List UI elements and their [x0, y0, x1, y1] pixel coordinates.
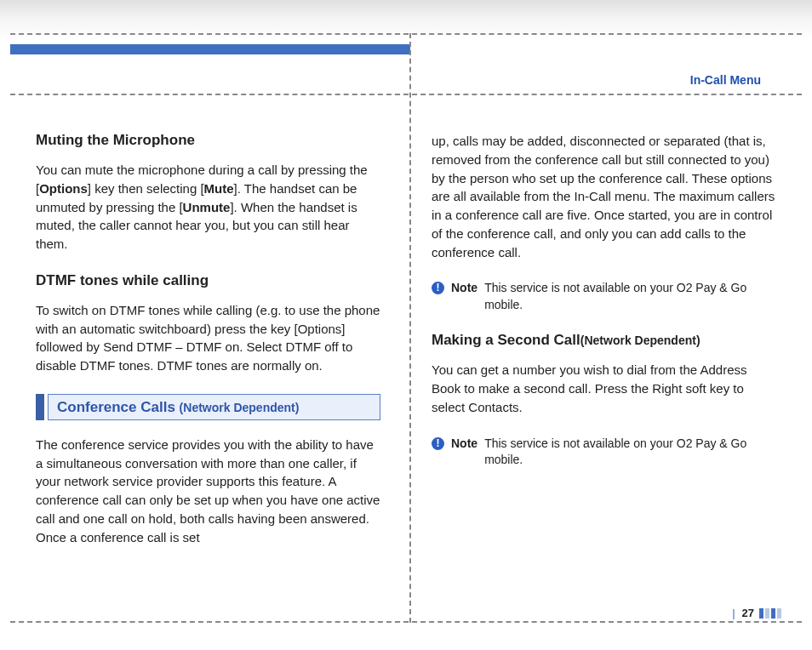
note-row-1: ! Note This service is not available on …	[432, 280, 776, 313]
section-header-label: In-Call Menu	[690, 73, 761, 87]
right-column: up, calls may be added, disconnected or …	[432, 132, 776, 599]
section-box-conference: Conference Calls (Network Dependent)	[36, 394, 380, 420]
key-mute: Mute	[204, 181, 234, 196]
page-number-value: 27	[742, 607, 754, 619]
paragraph-conference-cont: up, calls may be added, disconnected or …	[432, 132, 776, 261]
paragraph-second-call: You can get a number you wish to dial fr…	[432, 361, 776, 416]
paragraph-conference: The conference service provides you with…	[36, 436, 380, 547]
note-row-2: ! Note This service is not available on …	[432, 436, 776, 469]
heading-dtmf: DTMF tones while calling	[36, 272, 380, 289]
note-icon: !	[432, 437, 444, 450]
section-box-title: Conference Calls (Network Dependent)	[48, 394, 380, 420]
heading-second-call: Making a Second Call(Network Dependent)	[432, 332, 776, 349]
note-text: This service is not available on your O2…	[484, 280, 776, 313]
section-box-nub	[36, 394, 44, 420]
page-decoration-icon	[759, 608, 781, 619]
key-options: Options	[39, 181, 88, 196]
heading-muting: Muting the Microphone	[36, 132, 380, 149]
note-label: Note	[451, 280, 477, 297]
paragraph-muting: You can mute the microphone during a cal…	[36, 161, 380, 254]
left-column: Muting the Microphone You can mute the m…	[36, 132, 380, 599]
header-blue-bar	[10, 44, 410, 54]
dashed-border-top	[10, 33, 802, 35]
content-columns: Muting the Microphone You can mute the m…	[36, 132, 776, 599]
note-icon: !	[432, 282, 444, 294]
note-text: This service is not available on your O2…	[484, 436, 776, 469]
page-divider-icon: |	[732, 607, 735, 619]
paragraph-dtmf: To switch on DTMF tones while calling (e…	[36, 301, 380, 375]
note-label: Note	[451, 436, 477, 453]
key-unmute: Unmute	[183, 200, 231, 214]
page-number: | 27	[729, 607, 785, 619]
dashed-border-mid	[10, 94, 802, 95]
dashed-border-bottom	[10, 621, 802, 623]
